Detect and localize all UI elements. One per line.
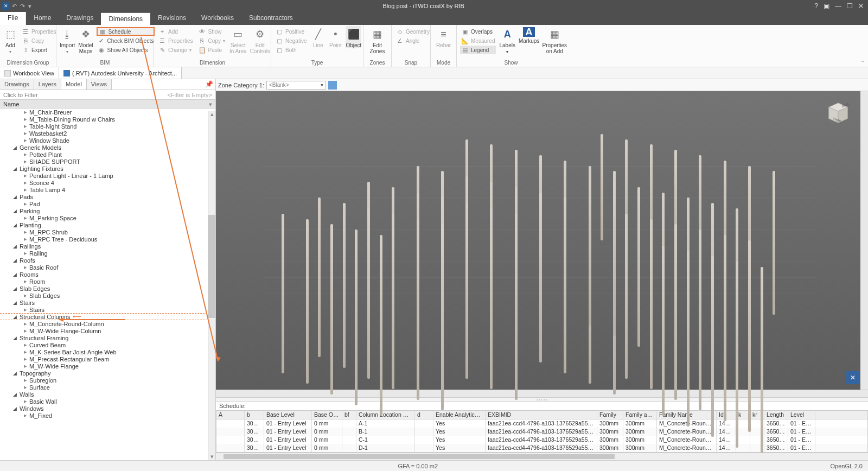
tree-node[interactable]: ▸Subregion [0, 377, 215, 384]
tree-node[interactable]: ▸Potted Plant [0, 151, 215, 158]
tree-node[interactable]: ▸Pad [0, 200, 215, 207]
col-header[interactable]: Enable Analytical Model [433, 411, 486, 419]
col-header[interactable]: bf [342, 411, 356, 419]
tree-node[interactable]: ▸Room [0, 278, 215, 285]
both-button[interactable]: ▢Both [275, 46, 308, 54]
menu-tab-workbooks[interactable]: Workbooks [194, 12, 241, 25]
col-header[interactable]: b [245, 411, 264, 419]
tab-model[interactable]: Model [61, 79, 87, 90]
col-header[interactable]: Level [788, 411, 815, 419]
markups-button[interactable]: AMarkups [519, 26, 539, 44]
dg-properties-button[interactable]: ☰Properties [21, 27, 58, 36]
viewport-hscroll[interactable] [216, 390, 868, 397]
file-menu[interactable]: File [0, 12, 26, 25]
menu-tab-dimensions[interactable]: Dimensions [101, 12, 150, 25]
tree-node[interactable]: ▸M_K-Series Bar Joist-Angle Web [0, 348, 215, 355]
tree-node[interactable]: ▸Table Lamp 4 [0, 186, 215, 193]
col-header[interactable]: Column Location Mark [356, 411, 415, 419]
tree-node[interactable]: ▸M_RPC Shrub [0, 228, 215, 236]
dg-export-button[interactable]: ⇪Export [21, 46, 58, 54]
dim-change-button[interactable]: ✎Change▾ [157, 46, 194, 54]
tree-node[interactable]: ◢Pads [0, 193, 215, 200]
point-type-button[interactable]: •Point [328, 26, 342, 48]
properties-on-add-button[interactable]: ▦Properties on Add [542, 26, 566, 54]
tree-node[interactable]: ▸Sconce 4 [0, 179, 215, 186]
tree-node[interactable]: ◢Structural Columns ⟵ [0, 313, 215, 320]
tree-node[interactable]: ▸M_Chair-Breuer [0, 109, 215, 116]
edit-zones-button[interactable]: ▦Edit Zones [367, 26, 388, 54]
add-dim-group-button[interactable]: ⬚ Add ▾ [3, 26, 17, 54]
tree-node[interactable]: ▸Basic Wall [0, 398, 215, 405]
select-in-area-button[interactable]: ▭Select In Area [229, 26, 247, 54]
tree-node[interactable]: ◢Roofs [0, 257, 215, 264]
model-maps-button[interactable]: ❖Model Maps [78, 26, 93, 54]
col-header[interactable]: A [216, 411, 245, 419]
tree-node[interactable]: ◢Walls [0, 391, 215, 398]
tree-node[interactable]: ▸M_Table-Dining Round w Chairs [0, 116, 215, 123]
menu-tab-revisions[interactable]: Revisions [150, 12, 194, 25]
tree-node[interactable]: ◢Slab Edges [0, 285, 215, 292]
restore-ribbon-icon[interactable]: ▣ [824, 2, 829, 10]
tab-rvt-file[interactable]: (.RVT) Autodesk University - Architect..… [59, 67, 182, 79]
maximize-icon[interactable]: ❐ [847, 2, 853, 10]
schedule-row[interactable]: 300 mm01 - Entry Level0 mmD-1Yesfaac21ea… [216, 444, 867, 452]
tree-node[interactable]: ▸Stairs [0, 306, 215, 313]
col-header[interactable]: Id [717, 411, 736, 419]
col-header[interactable]: Family and Type [623, 411, 657, 419]
rebar-mode-button[interactable]: ≡Rebar [434, 26, 453, 48]
tree-node[interactable]: ◢Railings [0, 243, 215, 250]
tab-layers[interactable]: Layers [34, 79, 61, 90]
tree-node[interactable]: ▸M_RPC Tree - Deciduous [0, 236, 215, 243]
menu-tab-subcontractors[interactable]: Subcontractors [241, 12, 301, 25]
dim-show-button[interactable]: 👁Show [197, 27, 226, 36]
zone-category-combo[interactable]: <Blank>▾ [266, 81, 326, 90]
tree-node[interactable]: ◢Rooms [0, 271, 215, 278]
filter-row[interactable]: Click to Filter <Filter is Empty> [0, 90, 215, 100]
tree-node[interactable]: ▸Wastebasket2 [0, 130, 215, 137]
tree-node[interactable]: ▸Table-Night Stand [0, 123, 215, 130]
tree-node[interactable]: ◢Structural Framing [0, 334, 215, 341]
dim-copy-button[interactable]: ⎘Copy▾ [197, 36, 226, 45]
tree-node[interactable]: ◢Topography [0, 370, 215, 377]
tree-node[interactable]: ▸M_Concrete-Round-Column [0, 320, 215, 327]
sidebar-scrollbar[interactable]: ▴ ▾ [208, 111, 215, 460]
undo-icon[interactable]: ↶ [11, 3, 18, 10]
redo-icon[interactable]: ↷ [19, 3, 26, 10]
line-type-button[interactable]: ╱Line [311, 26, 325, 48]
qat-dropdown-icon[interactable]: ▾ [27, 3, 33, 10]
minimize-icon[interactable]: — [835, 2, 841, 10]
tree-node[interactable]: ▸Basic Roof [0, 264, 215, 271]
tree-node[interactable]: ◢Stairs [0, 299, 215, 306]
col-header[interactable]: Base Offset [312, 411, 342, 419]
menu-tab-drawings[interactable]: Drawings [59, 12, 101, 25]
schedule-hscroll-thumb[interactable] [224, 454, 615, 459]
edit-controls-button[interactable]: ⚙Edit Controls [250, 26, 270, 54]
zone-settings-icon[interactable] [328, 81, 337, 90]
menu-tab-home[interactable]: Home [26, 12, 59, 25]
tree-node[interactable]: ▸M_Parking Space [0, 214, 215, 221]
schedule-header[interactable]: AbBase LevelBase OffsetbfColumn Location… [216, 411, 867, 419]
col-header[interactable]: Length [764, 411, 788, 419]
tree-node[interactable]: ▸Surface [0, 384, 215, 391]
dim-add-button[interactable]: +Add [157, 27, 194, 36]
col-header[interactable]: EXBIMID [486, 411, 597, 419]
name-column-header[interactable]: Name ▾ [0, 100, 215, 109]
nav-cube[interactable]: Right Back [822, 99, 854, 127]
tree-node[interactable]: ◢Parking [0, 207, 215, 214]
overlaps-button[interactable]: ▣Overlaps [460, 27, 496, 36]
dim-properties-button[interactable]: ☰Properties [157, 36, 194, 45]
3d-viewport[interactable]: Right Back ✕ [216, 91, 868, 390]
check-bim-button[interactable]: ✔Check BIM Objects [97, 36, 155, 45]
tree-node[interactable]: ▸M_Fixed [0, 412, 215, 419]
schedule-row[interactable]: 300 mm01 - Entry Level0 mmA-1Yesfaac21ea… [216, 419, 867, 428]
negative-button[interactable]: ▢Negative [275, 36, 308, 45]
tree-node[interactable]: ▸Pendant Light - Linear - 1 Lamp [0, 172, 215, 179]
schedule-hscroll[interactable] [216, 453, 868, 460]
tree-node[interactable]: ▸SHADE SUPPORT [0, 158, 215, 165]
model-tree[interactable]: ▸M_Chair-Breuer▸M_Table-Dining Round w C… [0, 109, 215, 460]
dim-paste-button[interactable]: 📋Paste [197, 46, 226, 54]
snap-angle-button[interactable]: ∠Angle [395, 36, 431, 45]
positive-button[interactable]: ▢Positive [275, 27, 308, 36]
col-header[interactable]: d [415, 411, 433, 419]
schedule-row[interactable]: 300 mm01 - Entry Level0 mmC-1Yesfaac21ea… [216, 436, 867, 444]
